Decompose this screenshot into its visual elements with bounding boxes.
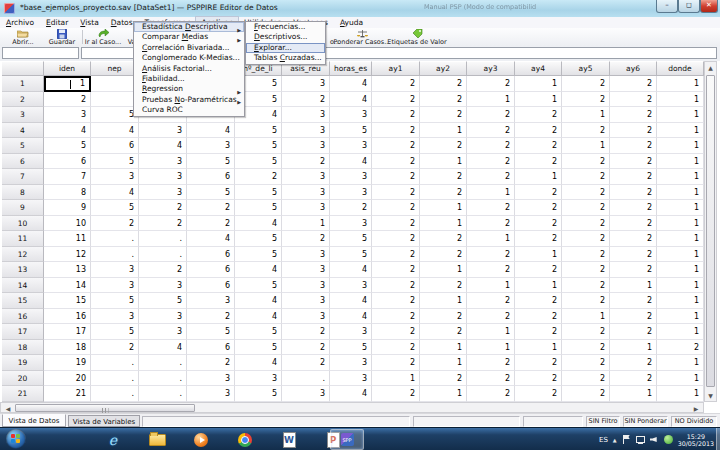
grid-cell[interactable]: 2 xyxy=(467,371,515,387)
grid-cell[interactable]: 1 xyxy=(515,340,562,356)
grid-cell[interactable]: 2 xyxy=(420,371,467,387)
grid-cell[interactable]: 4 xyxy=(235,293,282,309)
toolbar-button-ponderar-casos-[interactable]: Ponderar Casos... xyxy=(342,28,382,46)
grid-cell[interactable]: . xyxy=(139,247,187,263)
grid-cell[interactable]: 16 xyxy=(44,309,91,325)
grid-cell[interactable]: 2 xyxy=(467,262,515,278)
grid-cell[interactable]: 3 xyxy=(330,216,372,232)
menu-item-fiabilidad[interactable]: Fiabilidad... xyxy=(134,74,244,84)
grid-cell[interactable]: 2 xyxy=(467,386,515,402)
grid-cell[interactable]: 13 xyxy=(44,262,91,278)
grid-cell[interactable]: 2 xyxy=(515,154,562,170)
grid-cell[interactable]: 3 xyxy=(330,355,372,371)
grid-cell[interactable]: 1 xyxy=(420,340,467,356)
grid-cell[interactable]: 2 xyxy=(420,185,467,201)
grid-cell[interactable]: 2 xyxy=(372,107,420,123)
grid-cell[interactable]: 5 xyxy=(187,324,235,340)
menu-item-análisis-factorial[interactable]: Análisis Factorial... xyxy=(134,64,244,74)
submenu-item-tablas-cruzadas[interactable]: Tablas Cruzadas... xyxy=(246,53,325,63)
internet-explorer-icon[interactable]: e xyxy=(96,429,130,450)
grid-cell[interactable]: 5 xyxy=(235,340,282,356)
grid-cell[interactable]: 1 xyxy=(515,278,562,294)
row-header[interactable]: 14 xyxy=(2,278,44,294)
grid-cell[interactable]: 5 xyxy=(235,278,282,294)
grid-cell[interactable]: 2 xyxy=(372,138,420,154)
scroll-right-arrow[interactable]: ▶ xyxy=(691,405,701,412)
grid-cell[interactable]: 2 xyxy=(515,231,562,247)
row-header[interactable]: 20 xyxy=(2,371,44,387)
grid-cell[interactable]: 2 xyxy=(467,200,515,216)
grid-cell[interactable]: 3 xyxy=(330,324,372,340)
submenu-item-explorar[interactable]: Explorar... xyxy=(246,43,325,53)
grid-cell[interactable]: 2 xyxy=(372,324,420,340)
grid-cell[interactable]: 2 xyxy=(467,247,515,263)
grid-cell[interactable]: 2 xyxy=(610,154,657,170)
grid-cell[interactable]: 1 xyxy=(420,293,467,309)
grid-cell[interactable]: 3 xyxy=(44,107,91,123)
vertical-scrollbar[interactable]: ▲ ▼ xyxy=(704,61,717,402)
grid-cell[interactable]: . xyxy=(139,371,187,387)
grid-cell[interactable]: 2 xyxy=(610,169,657,185)
vertical-scroll-thumb[interactable] xyxy=(706,75,715,387)
grid-cell[interactable]: 4 xyxy=(330,262,372,278)
column-header-iden[interactable]: iden xyxy=(44,61,91,76)
row-header[interactable]: 9 xyxy=(2,200,44,216)
horizontal-scroll-thumb[interactable] xyxy=(15,404,195,412)
grid-cell[interactable]: 2 xyxy=(372,340,420,356)
grid-cell[interactable]: 3 xyxy=(91,262,139,278)
scroll-down-arrow[interactable]: ▼ xyxy=(705,392,716,399)
grid-cell[interactable]: 2 xyxy=(420,324,467,340)
grid-cell[interactable] xyxy=(91,76,139,92)
grid-cell[interactable]: 2 xyxy=(420,278,467,294)
menu-item-comparar-medias[interactable]: Comparar Medias▶ xyxy=(134,32,244,42)
grid-cell[interactable]: 1 xyxy=(420,123,467,139)
grid-cell[interactable]: 3 xyxy=(139,123,187,139)
grid-cell[interactable]: 4 xyxy=(187,231,235,247)
grid-cell[interactable]: 2 xyxy=(372,92,420,108)
grid-cell[interactable]: 12 xyxy=(44,247,91,263)
grid-cell[interactable]: 2 xyxy=(610,76,657,92)
column-header-ay6[interactable]: ay6 xyxy=(610,61,657,76)
grid-cell[interactable]: 2 xyxy=(610,216,657,232)
row-header[interactable]: 7 xyxy=(2,169,44,185)
column-header-ay2[interactable]: ay2 xyxy=(420,61,467,76)
grid-cell[interactable]: 2 xyxy=(515,262,562,278)
grid-cell[interactable]: 7 xyxy=(44,169,91,185)
column-header-nep[interactable]: nep xyxy=(91,61,139,76)
row-header[interactable]: 2 xyxy=(2,92,44,108)
menubar-item-vista[interactable]: Vista xyxy=(74,17,105,28)
grid-cell[interactable]: . xyxy=(91,231,139,247)
grid-cell[interactable]: 1 xyxy=(657,92,704,108)
row-header[interactable]: 5 xyxy=(2,138,44,154)
grid-cell[interactable]: 11 xyxy=(44,231,91,247)
grid-cell[interactable]: 1 xyxy=(610,386,657,402)
submenu-item-descriptivos[interactable]: Descriptivos... xyxy=(246,32,325,42)
grid-cell[interactable]: 5 xyxy=(91,293,139,309)
grid-cell[interactable]: 1 xyxy=(657,371,704,387)
grid-cell[interactable]: 1 xyxy=(657,76,704,92)
grid-cell[interactable]: 5 xyxy=(235,123,282,139)
show-desktop-button[interactable] xyxy=(716,428,720,450)
grid-cell[interactable]: 2 xyxy=(610,107,657,123)
grid-cell[interactable]: 2 xyxy=(562,231,610,247)
grid-cell[interactable]: 2 xyxy=(139,216,187,232)
language-indicator[interactable]: ES xyxy=(599,436,608,444)
grid-cell[interactable]: 2 xyxy=(420,247,467,263)
row-header[interactable]: 18 xyxy=(2,340,44,356)
column-header-ay3[interactable]: ay3 xyxy=(467,61,515,76)
grid-cell[interactable]: 3 xyxy=(330,107,372,123)
grid-cell[interactable]: 2 xyxy=(420,76,467,92)
volume-icon[interactable] xyxy=(650,435,659,444)
grid-cell[interactable]: 20 xyxy=(44,371,91,387)
grid-cell[interactable]: 2 xyxy=(282,340,330,356)
grid-cell[interactable]: 2 xyxy=(372,169,420,185)
antivirus-icon[interactable] xyxy=(664,435,673,444)
grid-cell[interactable]: 2 xyxy=(372,154,420,170)
grid-cell[interactable]: 1 xyxy=(657,123,704,139)
grid-cell[interactable]: 2 xyxy=(610,231,657,247)
grid-cell[interactable]: 5 xyxy=(330,247,372,263)
grid-cell[interactable]: 1 xyxy=(657,386,704,402)
grid-cell[interactable]: 2 xyxy=(610,293,657,309)
grid-cell[interactable]: 1 xyxy=(657,216,704,232)
grid-cell[interactable]: 4 xyxy=(139,340,187,356)
